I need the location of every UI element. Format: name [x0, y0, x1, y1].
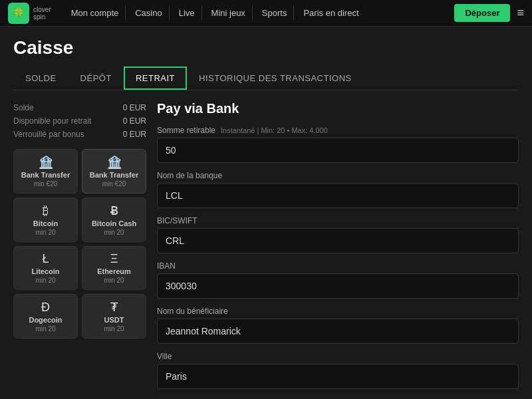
payment-ethereum-min: min 20: [104, 277, 124, 284]
tab-solde[interactable]: SOLDE: [13, 66, 68, 90]
payment-usdt-label: USDT: [104, 316, 124, 324]
ville-group: Ville: [157, 352, 519, 389]
logo-text: clover spin: [33, 6, 51, 21]
bitcoin-icon: ₿: [43, 204, 49, 218]
payment-bitcoin[interactable]: ₿ Bitcoin min 20: [13, 198, 78, 242]
balance-solde-label: Solde: [13, 103, 34, 112]
payment-bitcoin-min: min 20: [35, 229, 55, 236]
iban-label: IBAN: [157, 261, 519, 271]
nav-sports[interactable]: Sports: [255, 5, 295, 21]
balance-bonus-label: Verrouillé par bonus: [13, 130, 84, 139]
payment-bank-min-2: min €20: [102, 180, 126, 188]
payment-bank-min-1: min €20: [34, 180, 58, 188]
page-title: Caisse: [13, 37, 519, 59]
somme-hint: Instantané | Min: 20 • Max: 4,000: [221, 126, 328, 134]
payment-ethereum-label: Ethereum: [97, 267, 131, 275]
payment-usdt-min: min 20: [104, 325, 124, 332]
balance-retrait-row: Disponible pour retrait 0 EUR: [13, 114, 146, 128]
ville-input[interactable]: [157, 364, 519, 389]
payment-bitcoin-label: Bitcoin: [33, 219, 58, 227]
somme-label: Somme retirable Instantané | Min: 20 • M…: [157, 126, 519, 135]
payment-ethereum[interactable]: Ξ Ethereum min 20: [82, 246, 146, 290]
bank-group: Nom de la banque: [157, 171, 519, 208]
logo-icon: 🍀: [8, 3, 29, 24]
nav-links: Mon compte Casino Live Mini jeux Sports …: [65, 5, 455, 21]
bic-group: BIC/SWIFT: [157, 216, 519, 253]
page: Caisse SOLDE DÉPÔT RETRAIT HISTORIQUE DE…: [0, 27, 532, 399]
balance-info: Solde 0 EUR Disponible pour retrait 0 EU…: [13, 101, 146, 141]
iban-input[interactable]: [157, 273, 519, 299]
bic-label: BIC/SWIFT: [157, 216, 519, 225]
content: Solde 0 EUR Disponible pour retrait 0 EU…: [13, 101, 519, 397]
payment-litecoin[interactable]: Ł Litecoin min 20: [13, 246, 78, 290]
beneficiaire-input[interactable]: [157, 319, 519, 344]
bank-input[interactable]: [157, 183, 519, 208]
payment-bitcoin-cash-label: Bitcoin Cash: [92, 219, 136, 227]
payment-bank-label-2: Bank Transfer: [90, 171, 138, 179]
tab-retrait[interactable]: RETRAIT: [124, 66, 187, 90]
bank-transfer-icon-1: 🏦: [39, 155, 53, 170]
dogecoin-icon: Ð: [41, 301, 50, 315]
left-panel: Solde 0 EUR Disponible pour retrait 0 EU…: [13, 101, 146, 397]
payment-litecoin-min: min 20: [35, 277, 55, 284]
payment-bank-transfer-2[interactable]: 🏦 Bank Transfer min €20: [82, 149, 146, 194]
payment-dogecoin[interactable]: Ð Dogecoin min 20: [13, 294, 78, 338]
balance-retrait-value: 0 EUR: [123, 116, 146, 126]
bitcoin-cash-icon: Ƀ: [110, 203, 118, 218]
beneficiaire-label: Nom du bénéficiaire: [157, 307, 519, 316]
nav-mini-jeux[interactable]: Mini jeux: [205, 5, 253, 21]
form-title: Pay via Bank: [157, 101, 519, 116]
ethereum-icon: Ξ: [110, 252, 118, 266]
bic-input[interactable]: [157, 228, 519, 253]
menu-icon[interactable]: ≡: [517, 6, 524, 20]
somme-input[interactable]: [157, 138, 519, 163]
payment-litecoin-label: Litecoin: [31, 267, 59, 275]
payment-usdt[interactable]: ₮ USDT min 20: [82, 294, 146, 338]
deposit-button[interactable]: Déposer: [454, 4, 510, 22]
payment-bitcoin-cash-min: min 20: [104, 229, 124, 236]
balance-solde-value: 0 EUR: [123, 103, 146, 112]
balance-solde-row: Solde 0 EUR: [13, 101, 146, 114]
balance-retrait-label: Disponible pour retrait: [13, 116, 91, 126]
balance-bonus-value: 0 EUR: [123, 130, 146, 139]
logo[interactable]: 🍀 clover spin: [8, 3, 51, 24]
payment-bank-transfer-1[interactable]: 🏦 Bank Transfer min €20: [13, 149, 78, 194]
right-panel: Pay via Bank Somme retirable Instantané …: [157, 101, 519, 397]
beneficiaire-group: Nom du bénéficiaire: [157, 307, 519, 344]
tab-historique[interactable]: HISTORIQUE DES TRANSACTIONS: [187, 66, 364, 90]
nav-casino[interactable]: Casino: [128, 5, 169, 21]
nav-actions: Déposer ≡: [454, 4, 524, 22]
payment-dogecoin-label: Dogecoin: [29, 316, 62, 324]
navbar: 🍀 clover spin Mon compte Casino Live Min…: [0, 0, 532, 27]
iban-group: IBAN: [157, 261, 519, 299]
usdt-icon: ₮: [110, 300, 118, 315]
nav-paris-en-direct[interactable]: Paris en direct: [297, 5, 365, 21]
somme-group: Somme retirable Instantané | Min: 20 • M…: [157, 126, 519, 163]
bank-label: Nom de la banque: [157, 171, 519, 180]
nav-mon-compte[interactable]: Mon compte: [65, 5, 126, 21]
litecoin-icon: Ł: [42, 252, 49, 266]
payment-bank-label-1: Bank Transfer: [21, 171, 70, 179]
ville-label: Ville: [157, 352, 519, 361]
payment-dogecoin-min: min 20: [35, 325, 55, 332]
tab-depot[interactable]: DÉPÔT: [68, 66, 124, 90]
payment-grid: 🏦 Bank Transfer min €20 🏦 Bank Transfer …: [13, 149, 146, 338]
nav-live[interactable]: Live: [172, 5, 202, 21]
balance-bonus-row: Verrouillé par bonus 0 EUR: [13, 128, 146, 141]
tabs: SOLDE DÉPÔT RETRAIT HISTORIQUE DES TRANS…: [13, 66, 519, 90]
bank-transfer-icon-2: 🏦: [107, 155, 122, 170]
payment-bitcoin-cash[interactable]: Ƀ Bitcoin Cash min 20: [82, 198, 146, 242]
